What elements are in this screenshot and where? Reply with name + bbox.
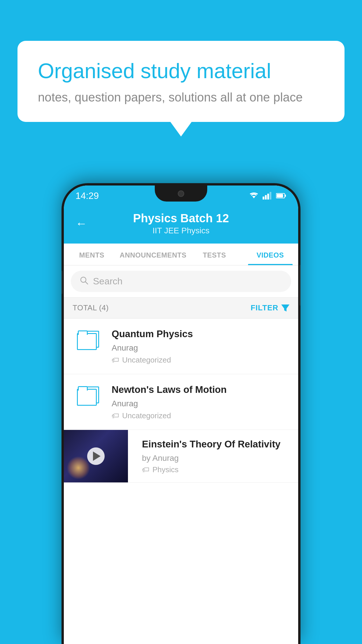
phone-frame: 14:29 [61,183,301,644]
header-main-title: Physics Batch 12 [96,212,266,225]
tabs-bar: MENTS ANNOUNCEMENTS TESTS VIDEOS [64,244,298,265]
bubble-subtitle: notes, question papers, solutions all at… [38,90,324,104]
tab-videos[interactable]: VIDEOS [242,244,298,265]
search-icon [80,276,88,287]
filter-bar: TOTAL (4) FILTER [64,298,298,318]
header-sub-tags: IIT JEE Physics [96,226,266,235]
video-author: Anurag [112,399,289,408]
status-icons [249,192,287,200]
back-button[interactable]: ← [75,217,87,230]
svg-rect-7 [277,194,283,197]
signal-icon [263,192,272,200]
video-list: Quantum Physics Anurag 🏷 Uncategorized [64,318,298,483]
video-info: Einstein's Theory Of Relativity by Anura… [135,430,298,482]
volume-button [61,271,63,294]
filter-button[interactable]: FILTER [251,303,289,312]
video-info: Newton's Laws of Motion Anurag 🏷 Uncateg… [112,384,289,420]
svg-rect-6 [285,195,286,197]
bubble-title: Organised study material [38,58,324,83]
video-thumbnail [64,430,128,482]
tag-label: Physics [152,465,179,474]
search-section: Search [64,265,298,298]
filter-icon [281,304,289,312]
tag-icon: 🏷 [142,465,150,474]
folder-icon [77,386,100,405]
search-placeholder: Search [93,276,122,287]
filter-label: FILTER [251,303,278,312]
svg-line-9 [85,282,88,284]
video-title: Einstein's Theory Of Relativity [142,438,291,451]
status-time: 14:29 [75,190,99,201]
svg-rect-4 [270,192,271,200]
camera [178,190,184,197]
status-bar: 14:29 [64,186,298,206]
tab-announcements[interactable]: ANNOUNCEMENTS [120,244,187,265]
battery-icon [276,193,287,199]
speech-bubble: Organised study material notes, question… [17,41,345,122]
tab-ments[interactable]: MENTS [64,244,120,265]
folder-icon-wrap [73,384,105,405]
video-tag: 🏷 Physics [142,465,291,474]
list-item[interactable]: Einstein's Theory Of Relativity by Anura… [64,430,298,483]
play-button[interactable] [87,447,105,465]
video-author: by Anurag [142,454,291,463]
play-triangle-icon [93,452,101,461]
total-label: TOTAL (4) [73,303,109,312]
search-bar[interactable]: Search [71,271,291,292]
folder-page-front [77,333,97,350]
folder-page-front [77,389,97,406]
tag-label: Uncategorized [122,411,171,420]
phone-screen: 14:29 [64,186,298,644]
header-title-block: Physics Batch 12 IIT JEE Physics [96,212,266,235]
app-header: ← Physics Batch 12 IIT JEE Physics [64,206,298,244]
svg-marker-10 [281,304,289,312]
thumbnail-bg [64,430,128,482]
folder-icon-wrap [73,328,105,350]
folder-icon [77,331,100,350]
wifi-icon [249,192,259,200]
list-item[interactable]: Quantum Physics Anurag 🏷 Uncategorized [64,318,298,374]
power-button [299,265,301,306]
video-tag: 🏷 Uncategorized [112,411,289,420]
video-info: Quantum Physics Anurag 🏷 Uncategorized [112,328,289,365]
tag-icon: 🏷 [112,356,119,365]
tab-tests[interactable]: TESTS [187,244,242,265]
svg-rect-2 [265,195,267,200]
list-item[interactable]: Newton's Laws of Motion Anurag 🏷 Uncateg… [64,374,298,430]
svg-rect-3 [267,194,269,200]
tag-icon: 🏷 [112,411,119,420]
video-tag: 🏷 Uncategorized [112,356,289,365]
video-title: Quantum Physics [112,328,289,340]
svg-rect-1 [263,197,264,200]
tag-label: Uncategorized [122,356,171,365]
video-title: Newton's Laws of Motion [112,384,289,396]
notch [155,186,207,202]
video-author: Anurag [112,343,289,353]
svg-marker-0 [252,196,256,198]
